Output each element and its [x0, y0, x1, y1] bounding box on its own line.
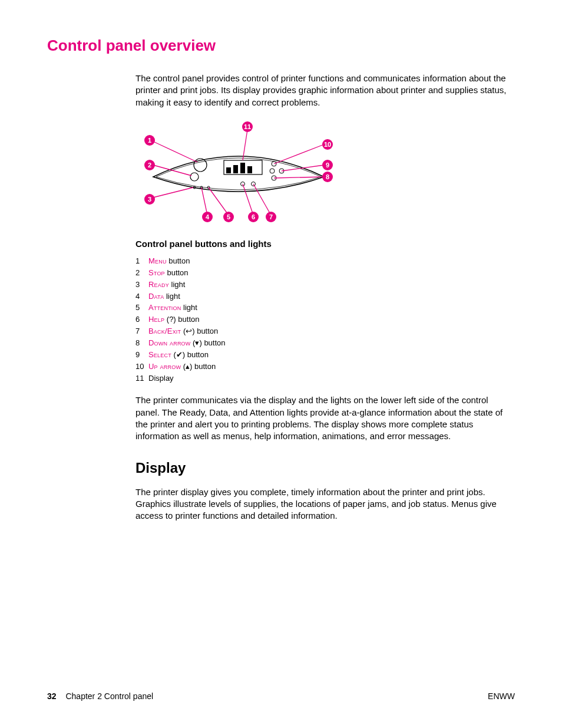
- svg-text:3: 3: [148, 196, 151, 203]
- intro-paragraph: The control panel provides control of pr…: [135, 73, 509, 108]
- page-footer: 32 Chapter 2 Control panel ENWW: [47, 691, 515, 702]
- svg-rect-6: [226, 167, 231, 173]
- callout-9: 9: [322, 160, 333, 170]
- legend-row: 10Up arrow (▴) button: [135, 361, 509, 373]
- callout-11: 11: [242, 121, 253, 132]
- svg-text:8: 8: [326, 173, 329, 180]
- display-paragraph: The printer display gives you complete, …: [135, 486, 509, 522]
- legend-row: 1Menu button: [135, 256, 509, 267]
- body-paragraph-2: The printer communicates via the display…: [135, 394, 509, 442]
- svg-line-23: [274, 177, 324, 178]
- footer-right: ENWW: [488, 691, 515, 702]
- svg-rect-9: [247, 166, 252, 173]
- svg-rect-7: [233, 165, 238, 173]
- svg-line-19: [201, 187, 207, 215]
- page-title: Control panel overview: [47, 35, 515, 56]
- callout-4: 4: [202, 212, 213, 222]
- svg-text:11: 11: [244, 123, 251, 130]
- svg-line-26: [243, 130, 247, 160]
- legend-row: 7Back/Exit (↩) button: [135, 326, 509, 337]
- callout-5: 5: [223, 212, 234, 222]
- svg-point-1: [190, 173, 199, 181]
- legend-row: 5Attention light: [135, 302, 509, 314]
- figure-caption: Control panel buttons and lights: [135, 238, 509, 250]
- svg-text:10: 10: [324, 141, 331, 148]
- display-heading: Display: [135, 459, 509, 477]
- svg-text:7: 7: [269, 213, 273, 220]
- callout-10: 10: [322, 139, 333, 150]
- svg-text:2: 2: [148, 162, 151, 169]
- svg-line-24: [282, 165, 324, 171]
- legend-row: 6Help (?) button: [135, 314, 509, 325]
- callout-3: 3: [144, 194, 155, 205]
- callout-7: 7: [266, 212, 276, 222]
- legend-row: 8Down arrow (▾) button: [135, 338, 509, 349]
- legend-row: 11Display: [135, 373, 509, 384]
- callout-1: 1: [144, 135, 155, 146]
- svg-point-11: [270, 169, 275, 173]
- svg-text:9: 9: [326, 162, 329, 169]
- legend-row: 9Select (✔) button: [135, 350, 509, 361]
- page-number: 32: [47, 691, 57, 701]
- svg-rect-8: [240, 163, 245, 173]
- svg-text:1: 1: [148, 137, 151, 144]
- callout-8: 8: [322, 172, 333, 182]
- legend-list: 1Menu button2Stop button3Ready light4Dat…: [135, 256, 509, 384]
- svg-line-16: [153, 141, 197, 162]
- svg-text:5: 5: [227, 213, 230, 220]
- svg-line-21: [243, 184, 253, 215]
- legend-row: 3Ready light: [135, 279, 509, 291]
- callout-6: 6: [248, 212, 259, 222]
- chapter-label: Chapter 2 Control panel: [65, 691, 153, 701]
- svg-text:6: 6: [252, 213, 255, 220]
- legend-row: 4Data light: [135, 291, 509, 302]
- svg-line-18: [153, 187, 193, 197]
- legend-row: 2Stop button: [135, 268, 509, 279]
- callout-2: 2: [144, 160, 155, 170]
- svg-line-25: [274, 144, 324, 164]
- control-panel-diagram: 1 2 3 4 5 6 7 8 9 10 11: [135, 118, 342, 224]
- svg-text:4: 4: [206, 213, 210, 220]
